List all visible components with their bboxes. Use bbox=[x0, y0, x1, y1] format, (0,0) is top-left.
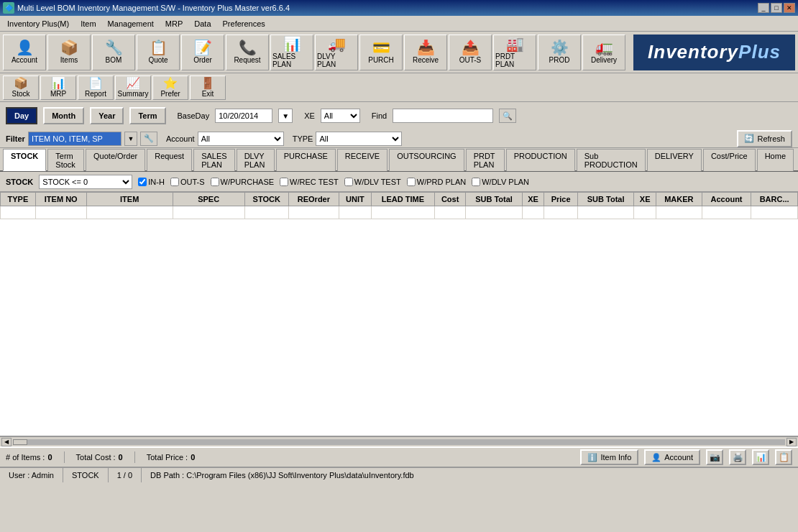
menu-item-management[interactable]: Management bbox=[102, 18, 160, 29]
find-button[interactable]: 🔍 bbox=[499, 109, 516, 123]
baseday-input[interactable] bbox=[215, 109, 272, 123]
toolbar2-report-button[interactable]: 📄 Report bbox=[78, 75, 114, 100]
toolbar-order-button[interactable]: 📝 Order bbox=[181, 35, 224, 70]
scroll-right-button[interactable]: ▶ bbox=[786, 438, 797, 446]
stock-value-select[interactable]: STOCK <= 0 All STOCK > 0 bbox=[39, 175, 132, 189]
print-icon: 🖨️ bbox=[733, 452, 743, 462]
toolbar-account-button[interactable]: 👤 Account bbox=[3, 35, 46, 70]
table-row[interactable] bbox=[1, 206, 798, 219]
w-prd-plan-checkbox[interactable] bbox=[407, 178, 416, 186]
horizontal-scrollbar[interactable]: ◀ ▶ bbox=[0, 436, 798, 446]
quote-label: Quote bbox=[148, 56, 168, 64]
dlvy-plan-icon: 🚚 bbox=[328, 37, 346, 51]
col-header-lead-time: LEAD TIME bbox=[371, 193, 434, 206]
screenshot-button[interactable]: 📷 bbox=[706, 449, 723, 465]
cell-xe2 bbox=[634, 206, 656, 219]
delivery-icon: 🚛 bbox=[595, 40, 613, 55]
toolbar-prod-button[interactable]: ⚙️ PROD bbox=[538, 35, 581, 70]
tab-purchase[interactable]: PURCHASE bbox=[276, 149, 336, 171]
toolbar2-summary-button[interactable]: 📈 Summary bbox=[115, 75, 151, 100]
total-price-section: Total Price : 0 bbox=[147, 453, 196, 462]
toolbar-dlvy-plan-button[interactable]: 🚚 DLVY PLAN bbox=[315, 35, 358, 70]
xe-select[interactable]: All bbox=[321, 109, 360, 123]
close-button[interactable]: ✕ bbox=[784, 3, 795, 13]
maximize-button[interactable]: □ bbox=[771, 3, 782, 13]
tab-stock[interactable]: STOCK bbox=[3, 149, 46, 171]
tab-request[interactable]: Request bbox=[147, 149, 192, 171]
menu-item-item[interactable]: Item bbox=[75, 18, 101, 29]
year-button[interactable]: Year bbox=[90, 107, 124, 124]
main-toolbar: 👤 Account 📦 Items 🔧 BOM 📋 Quote 📝 Order … bbox=[0, 32, 798, 73]
filter-apply-button[interactable]: 🔧 bbox=[140, 132, 157, 146]
minimize-button[interactable]: _ bbox=[758, 3, 769, 13]
quote-icon: 📋 bbox=[150, 40, 168, 55]
day-button[interactable]: Day bbox=[6, 107, 37, 124]
tab-production[interactable]: PRODUCTION bbox=[506, 149, 575, 171]
scroll-left-button[interactable]: ◀ bbox=[1, 438, 12, 446]
toolbar-out-s-button[interactable]: 📤 OUT-S bbox=[449, 35, 492, 70]
secondary-toolbar: 📦 Stock 📊 MRP 📄 Report 📈 Summary ⭐ Prefe… bbox=[0, 73, 798, 102]
cell-barcode bbox=[751, 206, 798, 219]
menu-item-mrp[interactable]: MRP bbox=[160, 18, 188, 29]
tab-sales-plan[interactable]: SALES PLAN bbox=[193, 149, 234, 171]
w-purchase-label: W/PURCHASE bbox=[221, 178, 275, 186]
out-s-checkbox[interactable] bbox=[170, 178, 179, 186]
menu-item-data[interactable]: Data bbox=[188, 18, 216, 29]
tab-sub-production[interactable]: Sub PRODUCTION bbox=[577, 149, 646, 171]
tab-outsourcing[interactable]: OUTSOURCING bbox=[389, 149, 464, 171]
baseday-dropdown-button[interactable]: ▼ bbox=[278, 109, 293, 123]
tab-home[interactable]: Home bbox=[757, 149, 794, 171]
toolbar2-prefer-button[interactable]: ⭐ Prefer bbox=[152, 75, 188, 100]
tab-receive[interactable]: RECEIVE bbox=[337, 149, 387, 171]
filter-dropdown-button[interactable]: ▼ bbox=[124, 132, 137, 146]
excel-export2-button[interactable]: 📋 bbox=[775, 449, 792, 465]
w-dlv-plan-checkbox[interactable] bbox=[472, 178, 480, 186]
in-h-checkbox[interactable] bbox=[138, 178, 147, 186]
tab-prdt-plan[interactable]: PRDT PLAN bbox=[466, 149, 505, 171]
item-info-button[interactable]: ℹ️ Item Info bbox=[580, 449, 638, 465]
toolbar-sales-plan-button[interactable]: 📊 SALES PLAN bbox=[270, 35, 313, 70]
toolbar2-stock-button[interactable]: 📦 Stock bbox=[3, 75, 39, 100]
toolbar-prdt-plan-button[interactable]: 🏭 PRDT PLAN bbox=[493, 35, 536, 70]
tab-delivery[interactable]: DELIVERY bbox=[647, 149, 702, 171]
toolbar-quote-button[interactable]: 📋 Quote bbox=[137, 35, 180, 70]
type-filter-select[interactable]: All bbox=[316, 132, 402, 146]
menu-item-preferences[interactable]: Preferences bbox=[217, 18, 271, 29]
toolbar-items-button[interactable]: 📦 Items bbox=[47, 35, 91, 70]
excel-export-button[interactable]: 📊 bbox=[752, 449, 769, 465]
month-button[interactable]: Month bbox=[43, 107, 84, 124]
tab-dlvy-plan[interactable]: DLVY PLAN bbox=[237, 149, 275, 171]
col-header-item-no: ITEM NO bbox=[35, 193, 86, 206]
cell-item-no bbox=[35, 206, 86, 219]
report-icon: 📄 bbox=[88, 78, 103, 89]
tab-term-stock[interactable]: Term Stock bbox=[47, 149, 84, 171]
refresh-button[interactable]: 🔄 Refresh bbox=[737, 130, 792, 147]
toolbar-bom-button[interactable]: 🔧 BOM bbox=[92, 35, 135, 70]
w-purchase-checkbox[interactable] bbox=[211, 178, 219, 186]
prdt-plan-icon: 🏭 bbox=[506, 37, 524, 51]
checkbox-out-s: OUT-S bbox=[170, 178, 205, 186]
tab-cost-price[interactable]: Cost/Price bbox=[703, 149, 756, 171]
items-count: 0 bbox=[47, 453, 52, 462]
toolbar-request-button[interactable]: 📞 Request bbox=[226, 35, 269, 70]
toolbar2-exit-button[interactable]: 🚪 Exit bbox=[190, 75, 226, 100]
toolbar-purch-button[interactable]: 💳 PURCH bbox=[359, 35, 403, 70]
cell-type bbox=[1, 206, 36, 219]
w-rec-test-checkbox[interactable] bbox=[280, 178, 288, 186]
tab-quote-order[interactable]: Quote/Order bbox=[86, 149, 145, 171]
menu-item-inventory-plus[interactable]: Inventory Plus(M) bbox=[1, 18, 75, 29]
toolbar-delivery-button[interactable]: 🚛 Delivery bbox=[582, 35, 625, 70]
stock-filter-label: STOCK bbox=[6, 178, 33, 186]
find-input[interactable] bbox=[393, 109, 493, 123]
account-btn-label: Account bbox=[664, 453, 693, 462]
scroll-thumb[interactable] bbox=[13, 439, 27, 445]
page-section: 1 / 0 bbox=[109, 468, 142, 482]
toolbar-receive-button[interactable]: 📥 Receive bbox=[404, 35, 447, 70]
term-button[interactable]: Term bbox=[129, 107, 165, 124]
print-button[interactable]: 🖨️ bbox=[729, 449, 746, 465]
account-filter-select[interactable]: All bbox=[198, 132, 284, 146]
account-button[interactable]: 👤 Account bbox=[644, 449, 700, 465]
w-dlv-test-checkbox[interactable] bbox=[344, 178, 353, 186]
toolbar2-mrp-button[interactable]: 📊 MRP bbox=[40, 75, 76, 100]
checkbox-w-prd-plan: W/PRD PLAN bbox=[407, 178, 466, 186]
